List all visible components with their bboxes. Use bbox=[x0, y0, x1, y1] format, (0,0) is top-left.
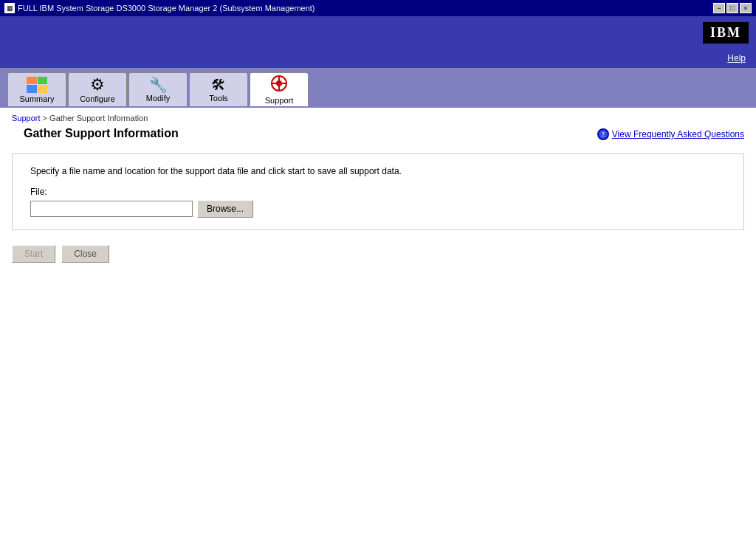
file-row: Browse... bbox=[30, 200, 726, 218]
tools-icon: 🛠 bbox=[211, 77, 226, 92]
close-button[interactable]: × bbox=[740, 3, 752, 13]
tab-summary-label: Summary bbox=[19, 94, 54, 103]
faq-link[interactable]: View Frequently Asked Questions bbox=[612, 129, 744, 139]
tab-support[interactable]: Support bbox=[250, 72, 309, 106]
svg-text:?: ? bbox=[602, 131, 605, 138]
content-area: Support > Gather Support Information Gat… bbox=[0, 106, 756, 546]
tab-configure-label: Configure bbox=[80, 94, 115, 103]
tab-tools-label: Tools bbox=[209, 94, 228, 103]
title-bar-buttons[interactable]: − □ × bbox=[713, 3, 752, 13]
file-input[interactable] bbox=[30, 201, 193, 217]
breadcrumb-separator: > bbox=[43, 114, 47, 122]
modify-icon: 🔧 bbox=[149, 77, 168, 92]
close-button[interactable]: Close bbox=[61, 245, 109, 263]
faq-icon: ? bbox=[597, 128, 609, 140]
summary-icon bbox=[27, 77, 47, 93]
svg-point-1 bbox=[276, 80, 282, 86]
tab-configure[interactable]: ⚙ Configure bbox=[68, 72, 127, 106]
maximize-button[interactable]: □ bbox=[726, 3, 738, 13]
breadcrumb-current: Gather Support Information bbox=[49, 114, 148, 122]
title-bar: ▦ FULL IBM System Storage DS3000 Storage… bbox=[0, 0, 756, 16]
action-buttons: Start Close bbox=[0, 236, 756, 272]
header: IBM Help bbox=[0, 16, 756, 68]
window-title: FULL IBM System Storage DS3000 Storage M… bbox=[18, 4, 315, 13]
app-icon: ▦ bbox=[4, 3, 15, 13]
tab-modify[interactable]: 🔧 Modify bbox=[128, 72, 188, 106]
minimize-button[interactable]: − bbox=[713, 3, 725, 13]
support-icon bbox=[270, 75, 288, 94]
start-button[interactable]: Start bbox=[12, 245, 55, 263]
browse-button[interactable]: Browse... bbox=[197, 200, 253, 218]
form-description: Specify a file name and location for the… bbox=[30, 166, 726, 176]
help-link[interactable]: Help bbox=[727, 53, 746, 63]
form-area: Specify a file name and location for the… bbox=[12, 153, 744, 230]
title-bar-left: ▦ FULL IBM System Storage DS3000 Storage… bbox=[4, 3, 315, 13]
tab-support-label: Support bbox=[265, 96, 294, 105]
tab-tools[interactable]: 🛠 Tools bbox=[189, 72, 248, 106]
tab-summary[interactable]: Summary bbox=[7, 72, 66, 106]
tab-modify-label: Modify bbox=[146, 94, 170, 103]
breadcrumb-parent[interactable]: Support bbox=[12, 114, 41, 122]
page-title: Gather Support Information bbox=[12, 125, 190, 148]
faq-row: ? View Frequently Asked Questions bbox=[597, 125, 744, 140]
file-label: File: bbox=[30, 187, 726, 197]
breadcrumb: Support > Gather Support Information bbox=[0, 108, 756, 125]
tab-bar: Summary ⚙ Configure 🔧 Modify 🛠 Tools Sup… bbox=[0, 68, 756, 106]
ibm-logo: IBM bbox=[703, 22, 749, 44]
configure-icon: ⚙ bbox=[90, 77, 105, 93]
